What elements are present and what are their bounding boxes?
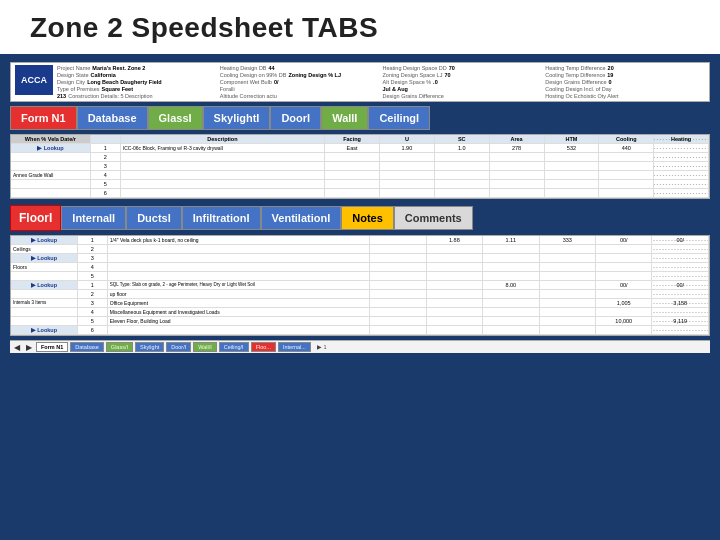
tab-floorl[interactable]: FloorI [10, 205, 61, 231]
table-row: 2 [11, 153, 709, 162]
bottom-tab-form-n1[interactable]: Form N1 [36, 342, 68, 352]
table-row: 5 [11, 180, 709, 189]
tab-glassl[interactable]: GlassI [148, 106, 203, 130]
table-row: 5 [11, 272, 709, 281]
bottom-tab-wall[interactable]: Wall/I [193, 342, 217, 352]
tab-notes[interactable]: Notes [341, 206, 394, 230]
acca-logo: ACCA [15, 65, 53, 95]
bottom-tab-bar: ◀ ▶ Form N1 Database Glass/I Skylight Do… [10, 340, 710, 353]
tab-comments[interactable]: Comments [394, 206, 473, 230]
table-row: ▶ Lookup 1 1/4" Vela deck plus k-1 board… [11, 236, 709, 245]
tab-skylightl[interactable]: SkylightI [203, 106, 271, 130]
nav-next[interactable]: ▶ [24, 343, 34, 352]
tab-walll[interactable]: WallI [321, 106, 368, 130]
bottom-tab-floor[interactable]: Floo... [251, 342, 276, 352]
table-row: ▶ Lookup 1 ICC-06c Block, Framing w/ R-3… [11, 144, 709, 153]
bottom-tab-ceiling[interactable]: Ceiling/I [219, 342, 249, 352]
sheet-1: When % Vela Date/r Description Facing U … [10, 134, 710, 199]
table-row: Annex Grade Wall 4 [11, 171, 709, 180]
tab-ceilingl[interactable]: CeilingI [368, 106, 430, 130]
table-row: Internals 3 Items 3 Office Equipment 1,0… [11, 299, 709, 308]
table-row: 5 Eleven Floor, Building Load 10,000 9,1… [11, 317, 709, 326]
page-indicator: ▶ 1 [317, 344, 327, 350]
table-row: 3 [11, 162, 709, 171]
table-row: 6 [11, 189, 709, 198]
tab-row-1: Form N1 Database GlassI SkylightI DoorI … [10, 106, 710, 130]
tab-internall[interactable]: InternalI [61, 206, 126, 230]
tab-database[interactable]: Database [77, 106, 148, 130]
bottom-tab-internal[interactable]: Internal... [278, 342, 311, 352]
table-row: Floors 4 [11, 263, 709, 272]
bottom-tab-database[interactable]: Database [70, 342, 104, 352]
table-row: 4 Miscellaneous Equipment and Investigat… [11, 308, 709, 317]
bottom-tab-glass[interactable]: Glass/I [106, 342, 133, 352]
table-row: ▶ Lookup 1 SQL Type: Slab on grade, 2 - … [11, 281, 709, 290]
tab-ductsl[interactable]: DuctsI [126, 206, 182, 230]
title-bar: Zone 2 Speedsheet TABS [0, 0, 720, 54]
sheet-2: ▶ Lookup 1 1/4" Vela deck plus k-1 board… [10, 235, 710, 336]
bottom-tab-skylight[interactable]: Skylight [135, 342, 164, 352]
tab-doorl[interactable]: DoorI [270, 106, 321, 130]
page-title: Zone 2 Speedsheet TABS [30, 12, 378, 43]
tab-form-n1[interactable]: Form N1 [10, 106, 77, 130]
table-row: ▶ Lookup 6 [11, 326, 709, 335]
tab-ventilationl[interactable]: VentilationI [261, 206, 342, 230]
tab-infiltrationl[interactable]: InfiltrationI [182, 206, 261, 230]
tab-row-2: FloorI InternalI DuctsI InfiltrationI Ve… [10, 205, 710, 231]
table-row: ▶ Lookup 3 [11, 254, 709, 263]
bottom-tab-door[interactable]: Door/I [166, 342, 191, 352]
table-row: Ceilings 2 [11, 245, 709, 254]
nav-prev[interactable]: ◀ [12, 343, 22, 352]
info-sheet: ACCA Project Name Maria's Rest. Zone 2 D… [10, 62, 710, 102]
table-row: 2 up floor [11, 290, 709, 299]
